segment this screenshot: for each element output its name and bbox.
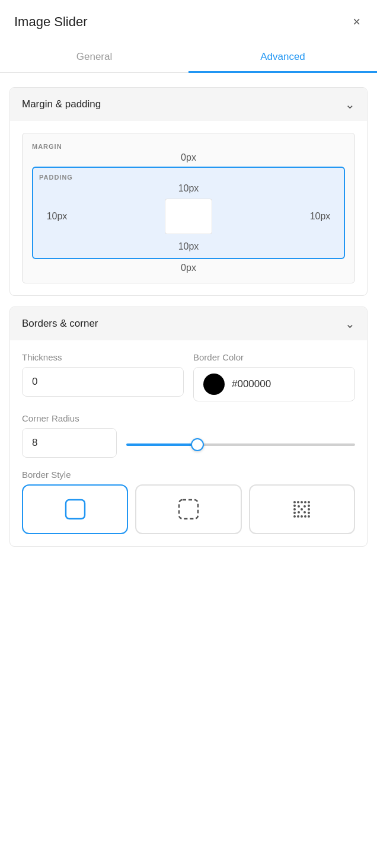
borders-header[interactable]: Borders & corner ⌄ <box>10 307 367 340</box>
margin-label: MARGIN <box>32 143 62 150</box>
padding-middle-row: 10px 10px <box>39 199 338 234</box>
margin-padding-title: Margin & padding <box>22 98 101 110</box>
svg-point-15 <box>308 505 310 507</box>
header: Image Slider × <box>0 0 377 32</box>
dotted-border-icon <box>289 496 315 522</box>
corner-radius-label: Corner Radius <box>22 413 355 423</box>
border-color-label: Border Color <box>193 352 355 362</box>
svg-point-12 <box>293 505 296 507</box>
borders-title: Borders & corner <box>22 318 98 330</box>
svg-point-20 <box>298 511 300 513</box>
svg-point-6 <box>308 501 310 503</box>
corner-radius-input[interactable] <box>22 428 117 458</box>
margin-padding-section: Margin & padding ⌄ MARGIN 0px PADDING 10… <box>9 87 368 296</box>
tab-bar: General Advanced <box>0 43 377 73</box>
svg-point-17 <box>308 512 310 514</box>
svg-point-9 <box>301 515 303 518</box>
margin-padding-chevron: ⌄ <box>345 97 355 111</box>
page-title: Image Slider <box>14 14 88 30</box>
border-style-solid-button[interactable] <box>22 484 128 534</box>
svg-point-18 <box>298 505 300 508</box>
svg-point-19 <box>303 505 306 508</box>
svg-point-4 <box>301 501 303 503</box>
svg-point-11 <box>308 515 310 518</box>
svg-point-2 <box>293 501 296 503</box>
color-hex-value: #000000 <box>232 378 271 390</box>
svg-point-22 <box>301 508 303 510</box>
border-style-label: Border Style <box>22 470 355 480</box>
padding-right-value[interactable]: 10px <box>302 211 338 222</box>
thickness-input[interactable] <box>22 367 184 397</box>
svg-point-7 <box>293 515 296 518</box>
svg-point-16 <box>308 508 310 510</box>
margin-top-value[interactable]: 0px <box>181 152 196 163</box>
tab-advanced[interactable]: Advanced <box>188 43 377 73</box>
svg-rect-0 <box>66 500 85 519</box>
corner-radius-slider[interactable] <box>126 443 355 446</box>
close-button[interactable]: × <box>350 12 363 32</box>
padding-label: PADDING <box>39 174 73 181</box>
svg-point-21 <box>303 511 306 513</box>
svg-point-14 <box>293 512 296 514</box>
padding-left-value[interactable]: 10px <box>39 211 75 222</box>
tab-general[interactable]: General <box>0 43 188 73</box>
borders-body: Thickness Border Color #000000 Corner Ra… <box>10 340 367 546</box>
content-area: Margin & padding ⌄ MARGIN 0px PADDING 10… <box>0 73 377 561</box>
borders-section: Borders & corner ⌄ Thickness Border Colo… <box>9 307 368 547</box>
border-style-dashed-button[interactable] <box>135 484 241 534</box>
svg-point-10 <box>304 515 306 518</box>
border-color-field: Border Color #000000 <box>193 352 355 401</box>
padding-bottom-value[interactable]: 10px <box>178 241 199 252</box>
border-color-input[interactable]: #000000 <box>193 367 355 401</box>
margin-padding-header[interactable]: Margin & padding ⌄ <box>10 88 367 121</box>
svg-point-8 <box>297 515 299 518</box>
border-style-dotted-button[interactable] <box>249 484 355 534</box>
margin-padding-diagram: MARGIN 0px PADDING 10px 10px 10px 10px 0… <box>22 133 355 283</box>
solid-border-icon <box>62 496 88 522</box>
padding-box: PADDING 10px 10px 10px 10px <box>32 167 345 259</box>
svg-point-5 <box>304 501 306 503</box>
corner-radius-slider-wrap <box>126 438 355 448</box>
inner-content-box <box>165 199 212 234</box>
margin-bottom-value[interactable]: 0px <box>181 263 196 273</box>
corner-radius-row <box>22 428 355 458</box>
dashed-border-icon <box>175 496 202 522</box>
border-style-row <box>22 484 355 534</box>
color-swatch <box>203 374 225 395</box>
thickness-label: Thickness <box>22 352 184 362</box>
thickness-field: Thickness <box>22 352 184 401</box>
svg-point-13 <box>293 508 296 510</box>
borders-chevron: ⌄ <box>345 317 355 331</box>
thickness-color-row: Thickness Border Color #000000 <box>22 352 355 401</box>
margin-padding-body: MARGIN 0px PADDING 10px 10px 10px 10px 0… <box>10 121 367 295</box>
corner-radius-input-wrap <box>22 428 117 458</box>
svg-rect-1 <box>179 500 198 519</box>
padding-top-value[interactable]: 10px <box>178 183 199 194</box>
svg-point-3 <box>297 501 299 503</box>
